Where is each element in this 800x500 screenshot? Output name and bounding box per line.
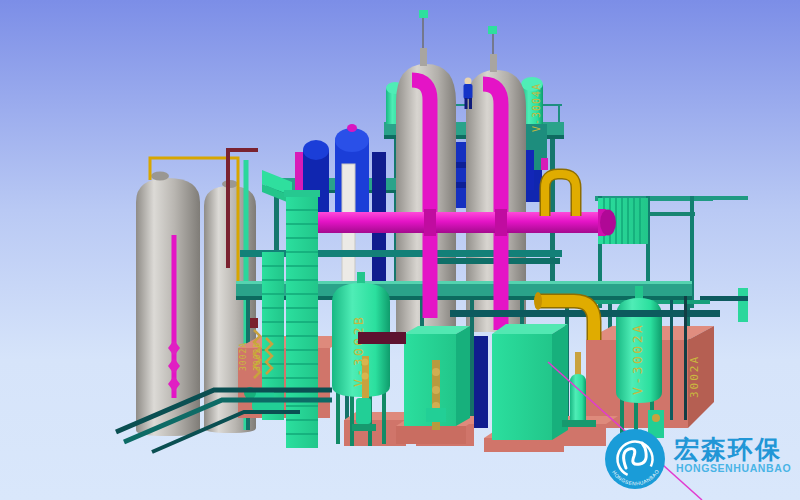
tag-pump-b: 3002B — [253, 342, 262, 371]
tag-v3002a: V-3002A — [630, 323, 645, 395]
maroon-duct — [358, 332, 406, 344]
cad-3d-viewport: V-3004A — [0, 0, 800, 500]
tag-v3004a: V-3004A — [531, 83, 542, 132]
logo-text-en: HONGSENHUANBAO — [676, 462, 791, 474]
vent-instrument — [419, 10, 428, 18]
tag-pump-a: 3002A — [239, 342, 248, 371]
valve-diamonds — [168, 340, 180, 392]
plant-3d-render: V-3004A — [0, 0, 800, 500]
green-tank-boxes — [404, 324, 568, 440]
tag-floating-3002a: 3002A — [688, 355, 701, 398]
logo-circle — [605, 429, 665, 489]
logo-text-cn: 宏森环保 — [673, 435, 782, 464]
